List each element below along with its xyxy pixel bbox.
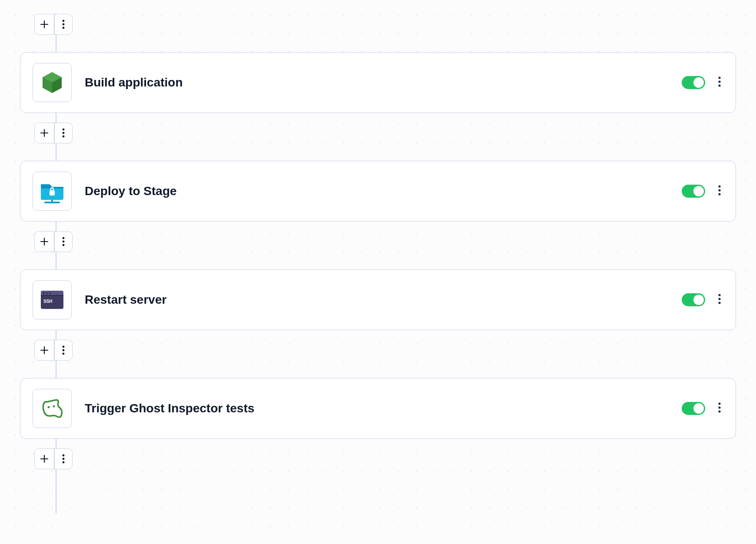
ssh-terminal-icon: SSH [39,289,65,311]
svg-point-19 [62,241,64,243]
add-step-more-button[interactable] [55,449,72,469]
svg-rect-13 [44,202,60,203]
step-enabled-toggle[interactable] [682,76,705,89]
svg-point-39 [62,454,64,457]
add-step-more-button[interactable] [55,14,72,34]
svg-point-24 [43,292,45,294]
step-controls [682,183,723,199]
svg-point-6 [718,76,720,79]
svg-point-32 [62,349,64,352]
svg-point-10 [62,132,64,134]
ghost-inspector-icon [40,398,64,419]
svg-point-17 [718,193,720,195]
add-step-group-3 [34,340,73,361]
step-enabled-toggle[interactable] [682,293,705,306]
svg-point-16 [718,189,720,191]
node-hexagon-icon [40,70,64,95]
toggle-knob [693,186,704,196]
step-title: Restart server [85,293,682,307]
add-step-more-button[interactable] [55,123,72,143]
step-card-restart[interactable]: SSH Restart server [20,269,736,330]
secure-folder-icon [38,179,66,203]
svg-rect-23 [41,295,63,296]
toggle-knob [693,403,704,414]
svg-point-30 [718,302,720,304]
step-enabled-toggle[interactable] [682,402,705,415]
svg-point-31 [62,346,64,348]
svg-point-35 [53,405,55,408]
plus-icon [40,129,49,137]
step-title: Deploy to Stage [85,184,682,198]
more-vertical-icon [718,402,721,413]
step-controls [682,75,723,90]
svg-point-2 [62,27,64,29]
add-step-group-0 [34,14,73,35]
svg-point-8 [718,84,720,86]
step-more-button[interactable] [716,292,723,308]
step-card-deploy[interactable]: Deploy to Stage [20,161,736,222]
svg-text:SSH: SSH [43,299,53,304]
step-more-button[interactable] [716,401,723,416]
svg-point-26 [49,292,51,294]
svg-point-15 [718,185,720,187]
more-vertical-icon [62,454,65,464]
more-vertical-icon [718,294,721,304]
add-step-button[interactable] [35,232,54,252]
add-step-group-1 [34,123,73,143]
step-title: Trigger Ghost Inspector tests [85,401,682,415]
add-step-button[interactable] [35,340,54,360]
more-vertical-icon [718,76,721,87]
svg-point-28 [718,294,720,296]
add-step-group-4 [34,448,73,469]
step-more-button[interactable] [716,183,723,199]
svg-point-1 [62,23,64,26]
add-step-button[interactable] [35,123,54,143]
step-card-ghost-inspector[interactable]: Trigger Ghost Inspector tests [20,378,736,439]
svg-point-38 [718,410,720,412]
add-step-button[interactable] [35,14,54,34]
add-step-group-2 [34,231,73,252]
svg-point-36 [718,402,720,405]
step-icon-box [33,389,72,428]
more-vertical-icon [62,128,65,138]
svg-point-37 [718,406,720,408]
step-controls [682,292,723,308]
svg-point-20 [62,244,64,246]
svg-point-25 [46,292,48,294]
add-step-button[interactable] [35,449,54,469]
toggle-knob [693,295,704,305]
more-vertical-icon [62,345,65,355]
plus-icon [40,20,49,29]
toggle-knob [693,77,704,88]
step-more-button[interactable] [716,75,723,90]
step-controls [682,401,723,416]
step-icon-box [33,63,72,102]
more-vertical-icon [62,20,65,29]
svg-point-18 [62,237,64,239]
add-step-more-button[interactable] [55,340,72,360]
more-vertical-icon [718,185,721,196]
svg-rect-14 [50,190,55,196]
plus-icon [40,454,49,463]
svg-point-41 [62,461,64,464]
more-vertical-icon [62,237,65,246]
svg-point-11 [62,136,64,138]
svg-point-34 [48,406,50,408]
step-card-build[interactable]: Build application [20,52,736,113]
step-title: Build application [85,76,682,90]
step-icon-box [33,172,72,211]
svg-point-33 [62,353,64,355]
plus-icon [40,346,49,355]
svg-point-9 [62,129,64,131]
step-icon-box: SSH [33,280,72,319]
svg-point-7 [718,80,720,83]
svg-point-29 [718,298,720,300]
add-step-more-button[interactable] [55,232,72,252]
svg-point-0 [62,20,64,22]
step-enabled-toggle[interactable] [682,185,705,198]
plus-icon [40,237,49,246]
svg-point-40 [62,458,64,460]
